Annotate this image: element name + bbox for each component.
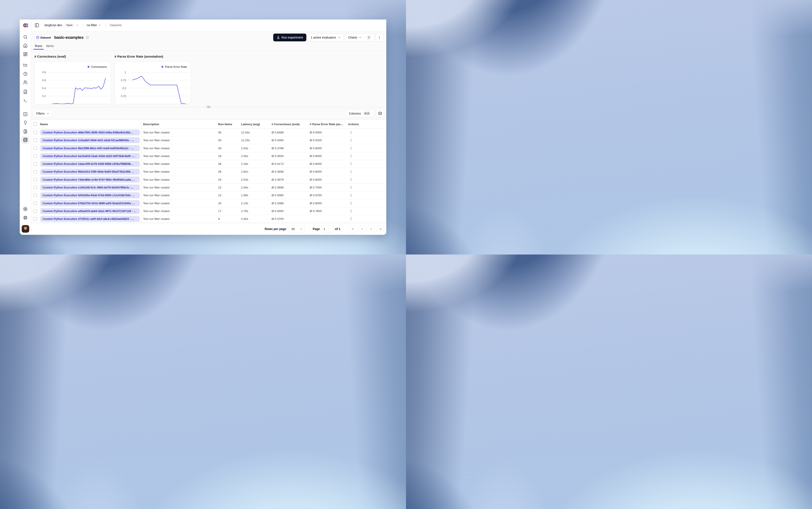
- row-actions-kebab-icon[interactable]: [349, 209, 353, 213]
- row-checkbox[interactable]: [33, 185, 37, 189]
- row-checkbox[interactable]: [33, 138, 37, 142]
- latency-value: 2.82s: [240, 168, 270, 176]
- sidebar-item-sessions[interactable]: [21, 70, 29, 78]
- sidebar-item-scores[interactable]: [21, 119, 29, 127]
- run-items-value: 30: [217, 144, 240, 152]
- next-page-button[interactable]: [368, 226, 375, 232]
- sidebar-item-dashboards[interactable]: [21, 50, 29, 58]
- row-checkbox[interactable]: [33, 194, 37, 197]
- page-input[interactable]: [321, 226, 334, 232]
- run-name-link[interactable]: Custom Python Execution f6bb1614-1f90-40…: [40, 169, 140, 175]
- row-checkbox[interactable]: [33, 162, 37, 166]
- first-page-button[interactable]: [349, 226, 357, 232]
- chevron-down-icon: [46, 112, 49, 115]
- tab-runs[interactable]: Runs: [33, 43, 44, 50]
- filters-button[interactable]: Filters: [33, 110, 53, 117]
- row-actions-kebab-icon[interactable]: [349, 185, 353, 189]
- column-header-parse-error-rate[interactable]: # Parse Error Rate (an…: [308, 120, 347, 129]
- run-name-link[interactable]: Custom Python Execution e14fa348-5cfc-49…: [40, 184, 140, 191]
- row-checkbox[interactable]: [33, 201, 37, 205]
- row-height-button[interactable]: [376, 110, 384, 117]
- previous-page-button[interactable]: [359, 226, 366, 232]
- svg-text:0.25: 0.25: [121, 95, 126, 98]
- select-all-checkbox[interactable]: [33, 123, 37, 126]
- chevron-down-icon: [359, 36, 362, 39]
- avatar[interactable]: [22, 225, 29, 233]
- chevron-down-icon: [338, 36, 341, 39]
- tab-items[interactable]: Items: [44, 43, 55, 50]
- row-actions-kebab-icon[interactable]: [349, 194, 353, 197]
- sidebar-item-datasets[interactable]: [21, 136, 29, 144]
- column-header-run-items[interactable]: Run Items: [217, 120, 240, 129]
- sidebar-item-playground[interactable]: [21, 96, 29, 104]
- last-page-button[interactable]: [377, 226, 384, 232]
- sidebar-item-search[interactable]: [21, 33, 29, 41]
- sidebar-item-users[interactable]: [21, 78, 29, 87]
- active-evaluators-button[interactable]: 1 active evaluators: [308, 34, 344, 41]
- breadcrumb: langfuse-dev Team no-filter Datasets: [45, 23, 122, 27]
- run-name-link[interactable]: Custom Python Execution adfae619-abb0-4d…: [40, 208, 140, 214]
- row-actions-kebab-icon[interactable]: [349, 217, 353, 221]
- breadcrumb-project[interactable]: no-filter: [87, 23, 97, 27]
- column-header-latency[interactable]: Latency (avg): [240, 120, 270, 129]
- columns-label: Columns: [349, 112, 361, 115]
- correctness-value: Ø 0.6489: [270, 129, 308, 136]
- sidebar-item-settings[interactable]: [21, 205, 29, 213]
- run-name-link[interactable]: Custom Python Execution 9fe23f98-881e-44…: [40, 145, 140, 151]
- panel-resize-handle[interactable]: [206, 105, 212, 108]
- breadcrumb-org[interactable]: langfuse-dev: [45, 23, 62, 27]
- org-switcher-chevron-down-icon[interactable]: [76, 24, 78, 27]
- sidebar-item-support[interactable]: [21, 213, 29, 222]
- columns-button[interactable]: Columns 8/15: [346, 110, 374, 117]
- latency-value: 1.99s: [240, 192, 270, 199]
- row-actions-kebab-icon[interactable]: [349, 201, 353, 205]
- chart-title: # Correctness (eval): [34, 54, 111, 59]
- latency-value: 2.40s: [240, 215, 270, 223]
- row-checkbox[interactable]: [33, 178, 37, 181]
- row-checkbox[interactable]: [33, 154, 37, 158]
- column-header-name[interactable]: Name: [39, 120, 142, 129]
- main-area: langfuse-dev Team no-filter Datasets: [31, 20, 386, 235]
- row-actions-kebab-icon[interactable]: [349, 154, 353, 158]
- sidebar-item-prompts[interactable]: [21, 88, 29, 96]
- run-name-link[interactable]: Custom Python Execution 5a15a616-1bab-44…: [40, 153, 140, 159]
- row-actions-kebab-icon[interactable]: [349, 146, 353, 150]
- info-icon[interactable]: [86, 36, 89, 39]
- sidebar-item-annotation-queues[interactable]: [21, 127, 29, 135]
- run-description: Test our filter creator: [142, 160, 217, 168]
- rows-per-page-select[interactable]: 50: [289, 226, 305, 232]
- table-row: Custom Python Execution 1daec0f9-5e78-43…: [31, 160, 386, 168]
- run-name-link[interactable]: Custom Python Execution d66e7991-8595-45…: [40, 130, 140, 136]
- run-name-link[interactable]: Custom Python Execution 74de488e-ec9d-47…: [40, 176, 140, 182]
- sidebar-item-llm-as-a-judge[interactable]: [21, 110, 29, 118]
- column-header-description[interactable]: Description: [142, 120, 217, 129]
- project-switcher-chevron-down-icon[interactable]: [98, 24, 101, 27]
- row-checkbox[interactable]: [33, 209, 37, 213]
- more-actions-button[interactable]: [376, 34, 383, 41]
- svg-text:0.75: 0.75: [121, 79, 126, 82]
- langfuse-logo-icon[interactable]: [20, 20, 31, 31]
- run-experiment-button[interactable]: Run experiment: [273, 34, 307, 41]
- page-header: Dataset basic-examples Run experiment 1 …: [31, 31, 386, 51]
- run-name-link[interactable]: Custom Python Execution 371f531c-abff-4d…: [40, 216, 140, 222]
- charts-toggle-button[interactable]: Charts 2: [345, 34, 374, 41]
- row-actions-kebab-icon[interactable]: [349, 138, 353, 142]
- row-checkbox[interactable]: [33, 146, 37, 150]
- sidebar-item-home[interactable]: [21, 41, 29, 49]
- run-name-link[interactable]: Custom Python Execution fe91b83e-04a5-47…: [40, 192, 140, 198]
- row-checkbox[interactable]: [33, 217, 37, 221]
- row-actions-kebab-icon[interactable]: [349, 178, 353, 181]
- sidebar-item-tracing[interactable]: [21, 61, 29, 69]
- row-checkbox[interactable]: [33, 170, 37, 174]
- row-actions-kebab-icon[interactable]: [349, 131, 353, 134]
- row-actions-kebab-icon[interactable]: [349, 162, 353, 166]
- row-checkbox[interactable]: [33, 131, 37, 134]
- lifebuoy-icon: [23, 215, 28, 220]
- run-name-link[interactable]: Custom Python Execution 076b2704-341d-48…: [40, 200, 140, 206]
- row-actions-kebab-icon[interactable]: [349, 170, 353, 174]
- sidebar-toggle-button[interactable]: [35, 23, 39, 28]
- run-name-link[interactable]: Custom Python Execution 1daec0f9-5e78-43…: [40, 161, 140, 167]
- run-name-link[interactable]: Custom Python Execution 114aa9ef-29e6-4e…: [40, 137, 140, 143]
- breadcrumb-section[interactable]: Datasets: [110, 23, 122, 27]
- column-header-correctness[interactable]: # Correctness (eval): [270, 120, 308, 129]
